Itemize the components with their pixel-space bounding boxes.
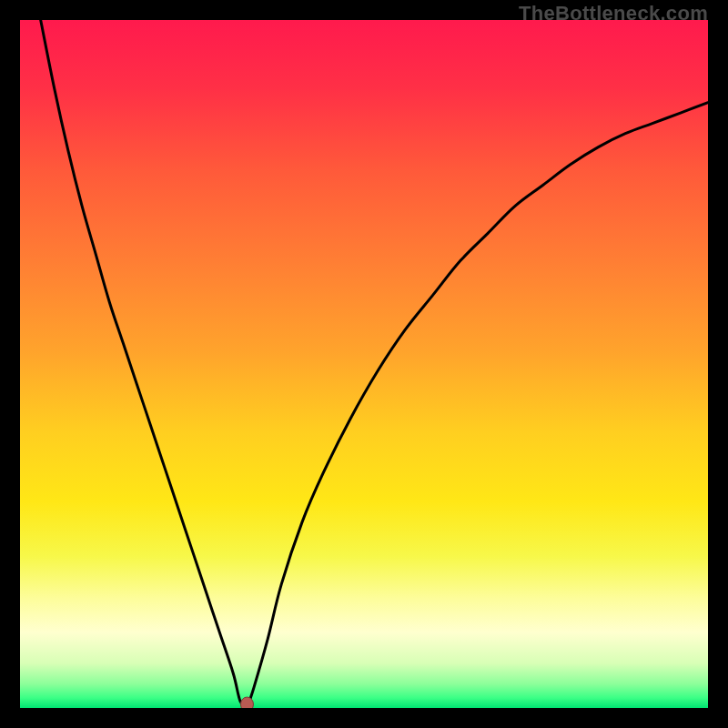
gradient-background [20, 20, 708, 708]
minimum-marker [240, 697, 253, 708]
chart-frame: TheBottleneck.com [0, 0, 728, 728]
plot-area [20, 20, 708, 708]
watermark-text: TheBottleneck.com [519, 2, 708, 25]
chart-svg [20, 20, 708, 708]
